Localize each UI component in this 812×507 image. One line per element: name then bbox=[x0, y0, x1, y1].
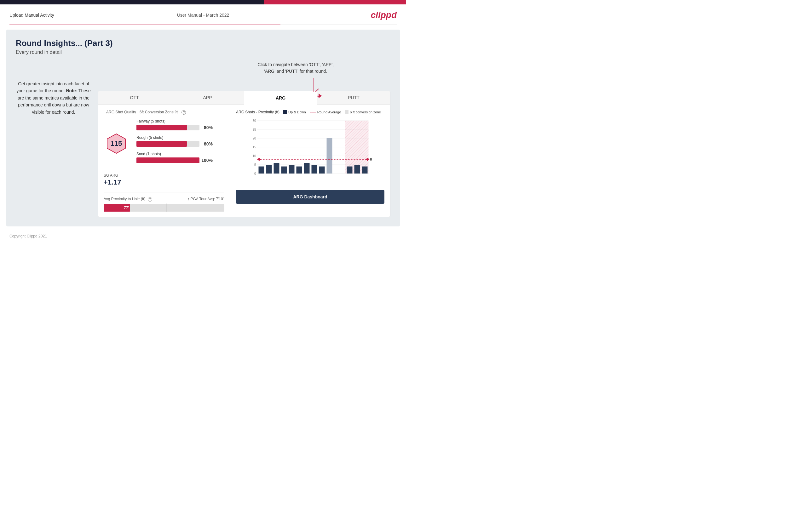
proximity-track: 77' bbox=[104, 204, 224, 212]
bar-4 bbox=[282, 167, 287, 173]
sg-label: SG ARG bbox=[104, 173, 224, 178]
tab-bar: OTT APP ARG PUTT bbox=[98, 91, 390, 105]
annotation-text: Click to navigate between 'OTT', 'APP','… bbox=[257, 61, 334, 75]
section-header: ARG Shot Quality 6ft Conversion Zone % ? bbox=[104, 110, 224, 115]
sidebar-note: Get greater insight into each facet of y… bbox=[16, 80, 91, 116]
bar-5 bbox=[289, 165, 295, 173]
section-subtitle: 6ft Conversion Zone % bbox=[140, 110, 178, 114]
bar-track-rough bbox=[137, 141, 199, 147]
bar-row-sand: Sand (1 shots) 100% bbox=[137, 152, 224, 164]
svg-text:15: 15 bbox=[252, 146, 256, 149]
bar-fill-sand bbox=[137, 158, 199, 163]
proximity-help-icon[interactable]: ? bbox=[148, 197, 152, 202]
legend-box-light bbox=[345, 110, 349, 114]
tab-putt[interactable]: PUTT bbox=[317, 91, 390, 105]
legend-box-dark bbox=[283, 110, 287, 114]
right-panel: Click to navigate between 'OTT', 'APP','… bbox=[98, 61, 391, 217]
hexagon-badge: 115 bbox=[105, 132, 127, 155]
bar-fill-fairway bbox=[137, 125, 187, 130]
proximity-label: Avg Proximity to Hole (ft) ? bbox=[104, 197, 152, 202]
svg-marker-2 bbox=[318, 94, 322, 98]
hex-number: 115 bbox=[111, 139, 122, 148]
bar-pct-rough: 80% bbox=[204, 141, 213, 147]
pga-avg-label: ↑ PGA Tour Avg: 7'10" bbox=[188, 197, 224, 202]
bar-chart-area: 30 25 20 15 10 5 0 bbox=[236, 117, 385, 187]
chart-title-area: ARG Shots - Proximity (ft) Up & Down Rou… bbox=[236, 110, 385, 114]
bar-3 bbox=[274, 163, 280, 173]
bar-rows: Fairway (5 shots) 80% bbox=[137, 119, 224, 168]
bar-7 bbox=[304, 163, 310, 173]
svg-text:20: 20 bbox=[252, 137, 256, 140]
hex-container: 115 bbox=[104, 132, 129, 155]
left-panel: Get greater insight into each facet of y… bbox=[16, 61, 91, 116]
bar-8 bbox=[312, 165, 317, 173]
sg-value: +1.17 bbox=[104, 178, 224, 186]
bar-2 bbox=[266, 165, 272, 173]
sg-section: SG ARG +1.17 bbox=[104, 173, 224, 186]
bar-6 bbox=[297, 167, 302, 173]
proximity-value: 77' bbox=[124, 206, 129, 210]
bar-pct-sand: 100% bbox=[201, 158, 213, 163]
help-icon[interactable]: ? bbox=[182, 110, 186, 115]
bar-12 bbox=[362, 167, 368, 173]
bar-chart-svg: 30 25 20 15 10 5 0 bbox=[236, 117, 385, 180]
upload-label: Upload Manual Activity bbox=[9, 13, 54, 18]
hex-badge-area: 115 Fairway (5 shots) bbox=[104, 119, 224, 168]
footer: Copyright Clippd 2021 bbox=[0, 231, 406, 241]
svg-text:0: 0 bbox=[254, 172, 256, 175]
tab-arg[interactable]: ARG bbox=[244, 92, 317, 105]
arg-dashboard-button[interactable]: ARG Dashboard bbox=[236, 190, 385, 204]
annotation-area: Click to navigate between 'OTT', 'APP','… bbox=[98, 61, 391, 90]
bar-track-fairway bbox=[137, 125, 199, 130]
legend-label-up-down: Up & Down bbox=[288, 110, 306, 114]
legend-up-down: Up & Down bbox=[283, 110, 306, 114]
tab-app[interactable]: APP bbox=[171, 91, 244, 105]
bar-label-fairway: Fairway (5 shots) bbox=[137, 119, 224, 123]
section-title: ARG Shot Quality bbox=[106, 110, 136, 114]
bar-row-fairway: Fairway (5 shots) 80% bbox=[137, 119, 224, 132]
svg-text:10: 10 bbox=[252, 154, 256, 158]
tab-ott[interactable]: OTT bbox=[98, 91, 171, 105]
page-subtitle: Every round in detail bbox=[16, 49, 391, 55]
svg-text:30: 30 bbox=[252, 119, 256, 122]
avg-marker-left bbox=[257, 158, 261, 161]
card-body: ARG Shot Quality 6ft Conversion Zone % ? bbox=[98, 105, 390, 217]
legend-round-avg: Round Average bbox=[310, 110, 341, 114]
bar-pct-fairway: 80% bbox=[204, 125, 213, 130]
svg-text:5: 5 bbox=[254, 163, 256, 167]
card-right-section: ARG Shots - Proximity (ft) Up & Down Rou… bbox=[230, 105, 390, 217]
legend-dashed-line bbox=[310, 112, 316, 112]
avg-value-label: 8 bbox=[370, 158, 372, 161]
proximity-marker bbox=[166, 204, 166, 212]
header-divider bbox=[9, 24, 397, 25]
bar-track-sand bbox=[137, 158, 199, 163]
document-title: User Manual - March 2022 bbox=[177, 13, 230, 18]
logo: clippd bbox=[371, 10, 397, 20]
bar-1 bbox=[259, 167, 264, 173]
page-title: Round Insights... (Part 3) bbox=[16, 39, 391, 48]
bar-9 bbox=[319, 167, 325, 173]
main-content: Round Insights... (Part 3) Every round i… bbox=[6, 30, 400, 226]
proximity-fill: 77' bbox=[104, 204, 130, 212]
card: OTT APP ARG PUTT ARG Shot Quality 6ft Co… bbox=[98, 91, 391, 217]
bar-fill-rough bbox=[137, 141, 187, 147]
proximity-header: Avg Proximity to Hole (ft) ? ↑ PGA Tour … bbox=[104, 197, 224, 202]
header: Upload Manual Activity User Manual - Mar… bbox=[0, 4, 406, 24]
copyright: Copyright Clippd 2021 bbox=[9, 234, 47, 238]
legend-conversion-zone: 6 ft conversion zone bbox=[345, 110, 380, 114]
bar-label-rough: Rough (5 shots) bbox=[137, 135, 224, 140]
proximity-section: Avg Proximity to Hole (ft) ? ↑ PGA Tour … bbox=[104, 192, 224, 212]
bar-10 bbox=[347, 167, 353, 173]
bar-row-rough: Rough (5 shots) 80% bbox=[137, 135, 224, 148]
bar-label-sand: Sand (1 shots) bbox=[137, 152, 224, 156]
svg-text:25: 25 bbox=[252, 128, 256, 131]
chart-title: ARG Shots - Proximity (ft) bbox=[236, 110, 280, 114]
bar-tall bbox=[327, 138, 333, 173]
bar-11 bbox=[354, 165, 360, 173]
card-left-section: ARG Shot Quality 6ft Conversion Zone % ? bbox=[98, 105, 230, 217]
legend-label-round-avg: Round Average bbox=[317, 110, 341, 114]
legend-label-conversion-zone: 6 ft conversion zone bbox=[350, 110, 380, 114]
